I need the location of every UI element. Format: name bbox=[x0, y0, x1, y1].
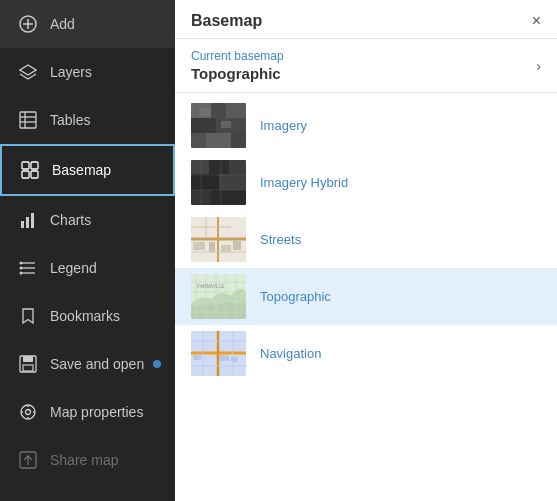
basemap-name-imagery: Imagery bbox=[260, 118, 307, 133]
chevron-right-icon: › bbox=[536, 58, 541, 74]
current-basemap-label: Current basemap bbox=[191, 49, 284, 63]
svg-rect-22 bbox=[23, 356, 33, 362]
bookmarks-icon bbox=[18, 306, 38, 326]
sidebar-item-label-basemap: Basemap bbox=[52, 162, 111, 178]
main-panel: Basemap × Current basemap Topographic › bbox=[175, 0, 557, 501]
svg-rect-9 bbox=[31, 162, 38, 169]
sidebar-item-add[interactable]: Add bbox=[0, 0, 175, 48]
sidebar-item-label-layers: Layers bbox=[50, 64, 92, 80]
sidebar-item-label-map-properties: Map properties bbox=[50, 404, 143, 420]
tables-icon bbox=[18, 110, 38, 130]
svg-rect-47 bbox=[191, 174, 219, 190]
sidebar-item-legend[interactable]: Legend bbox=[0, 244, 175, 292]
svg-rect-14 bbox=[31, 213, 34, 228]
svg-rect-10 bbox=[22, 171, 29, 178]
svg-rect-8 bbox=[22, 162, 29, 169]
svg-rect-64 bbox=[233, 241, 241, 250]
basemap-item-imagery-hybrid[interactable]: Imagery Hybrid bbox=[175, 154, 557, 211]
sidebar-item-label-share: Share map bbox=[50, 452, 118, 468]
basemap-thumb-topographic: FARMVILLE bbox=[191, 274, 246, 319]
sidebar-item-charts[interactable]: Charts bbox=[0, 196, 175, 244]
svg-rect-45 bbox=[209, 160, 229, 174]
save-icon bbox=[18, 354, 38, 374]
svg-rect-35 bbox=[226, 103, 246, 118]
basemap-thumb-imagery bbox=[191, 103, 246, 148]
svg-rect-63 bbox=[221, 245, 231, 252]
svg-rect-42 bbox=[221, 121, 231, 128]
legend-icon bbox=[18, 258, 38, 278]
svg-point-18 bbox=[20, 262, 23, 265]
sidebar-item-label-legend: Legend bbox=[50, 260, 97, 276]
sidebar-item-label-add: Add bbox=[50, 16, 75, 32]
svg-point-19 bbox=[20, 267, 23, 270]
svg-text:FARMVILLE: FARMVILLE bbox=[197, 283, 225, 289]
current-basemap-row[interactable]: Current basemap Topographic › bbox=[175, 39, 557, 93]
sidebar-item-share-map[interactable]: Share map bbox=[0, 436, 175, 484]
current-basemap-name: Topographic bbox=[191, 65, 284, 82]
svg-rect-11 bbox=[31, 171, 38, 178]
svg-rect-41 bbox=[199, 108, 211, 116]
svg-rect-13 bbox=[26, 217, 29, 228]
charts-icon bbox=[18, 210, 38, 230]
sidebar-item-label-bookmarks: Bookmarks bbox=[50, 308, 120, 324]
basemap-name-imagery-hybrid: Imagery Hybrid bbox=[260, 175, 348, 190]
svg-point-20 bbox=[20, 272, 23, 275]
svg-rect-39 bbox=[206, 133, 231, 148]
basemap-item-navigation[interactable]: Navigation bbox=[175, 325, 557, 382]
svg-rect-50 bbox=[211, 190, 246, 205]
sidebar: Add Layers Tables bbox=[0, 0, 175, 501]
panel-header: Basemap × bbox=[175, 0, 557, 39]
properties-icon bbox=[18, 402, 38, 422]
svg-rect-36 bbox=[191, 118, 216, 133]
sidebar-item-map-properties[interactable]: Map properties bbox=[0, 388, 175, 436]
svg-rect-86 bbox=[193, 355, 201, 360]
svg-rect-62 bbox=[209, 242, 215, 252]
basemap-item-imagery[interactable]: Imagery bbox=[175, 97, 557, 154]
svg-rect-46 bbox=[229, 160, 246, 174]
svg-rect-40 bbox=[231, 133, 246, 148]
svg-rect-88 bbox=[231, 357, 238, 362]
sidebar-item-label-save: Save and open bbox=[50, 356, 144, 372]
current-basemap-info: Current basemap Topographic bbox=[191, 49, 284, 82]
svg-rect-34 bbox=[211, 103, 226, 118]
sidebar-item-layers[interactable]: Layers bbox=[0, 48, 175, 96]
layers-icon bbox=[18, 62, 38, 82]
svg-point-25 bbox=[26, 410, 31, 415]
svg-rect-4 bbox=[20, 112, 36, 128]
basemap-name-topographic: Topographic bbox=[260, 289, 331, 304]
sidebar-item-tables[interactable]: Tables bbox=[0, 96, 175, 144]
sidebar-item-label-charts: Charts bbox=[50, 212, 91, 228]
svg-marker-3 bbox=[20, 65, 36, 75]
svg-rect-48 bbox=[219, 174, 246, 190]
sidebar-item-basemap[interactable]: Basemap bbox=[0, 144, 175, 196]
save-notification-dot bbox=[153, 360, 161, 368]
svg-point-24 bbox=[21, 405, 35, 419]
basemap-name-navigation: Navigation bbox=[260, 346, 321, 361]
sidebar-item-save-and-open[interactable]: Save and open bbox=[0, 340, 175, 388]
svg-rect-38 bbox=[191, 133, 206, 148]
sidebar-item-label-tables: Tables bbox=[50, 112, 90, 128]
sidebar-item-bookmarks[interactable]: Bookmarks bbox=[0, 292, 175, 340]
panel-title: Basemap bbox=[191, 12, 262, 30]
basemap-item-streets[interactable]: Streets bbox=[175, 211, 557, 268]
basemap-thumb-imagery-hybrid bbox=[191, 160, 246, 205]
basemap-thumb-streets bbox=[191, 217, 246, 262]
basemap-name-streets: Streets bbox=[260, 232, 301, 247]
basemap-list: Imagery Imager bbox=[175, 93, 557, 501]
svg-rect-61 bbox=[193, 242, 205, 250]
basemap-icon bbox=[20, 160, 40, 180]
svg-rect-44 bbox=[191, 160, 209, 174]
close-button[interactable]: × bbox=[532, 13, 541, 29]
share-icon bbox=[18, 450, 38, 470]
svg-rect-12 bbox=[21, 221, 24, 228]
basemap-thumb-navigation bbox=[191, 331, 246, 376]
add-icon bbox=[18, 14, 38, 34]
basemap-item-topographic[interactable]: FARMVILLE Topographic bbox=[175, 268, 557, 325]
svg-rect-87 bbox=[219, 355, 229, 361]
svg-rect-23 bbox=[23, 365, 33, 371]
